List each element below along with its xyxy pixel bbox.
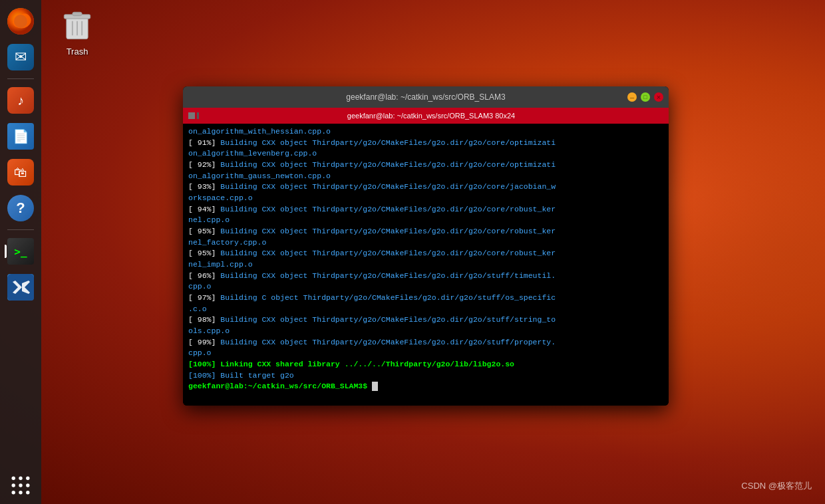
svg-rect-2 [73, 12, 82, 15]
terminal-prompt-line: geekfanr@lab:~/catkin_ws/src/ORB_SLAM3$ [188, 381, 663, 392]
dock-item-vscode[interactable] [5, 271, 37, 303]
dock-item-writer[interactable]: 📄 [5, 120, 37, 152]
terminal-body[interactable]: on_algorithm_with_hessian.cpp.o [ 91%] B… [183, 124, 669, 406]
terminal-line-4: [ 94%] Building CXX object Thirdparty/g2… [188, 204, 663, 226]
firefox-icon [7, 8, 34, 35]
terminal-title: geekfanr@lab: ~/catkin_ws/src/ORB_SLAM3 [346, 92, 505, 102]
dock-item-firefox[interactable] [5, 5, 37, 37]
trash-icon [60, 7, 94, 44]
terminal-tab-icon [188, 112, 199, 119]
svg-point-15 [12, 491, 15, 494]
rhythmbox-icon: ♪ [7, 87, 34, 114]
svg-point-10 [19, 477, 22, 480]
desktop-trash-icon[interactable]: Trash [60, 7, 94, 57]
dock-item-rhythmbox[interactable]: ♪ [5, 84, 37, 116]
close-button[interactable]: × [654, 92, 663, 102]
thunderbird-icon: ✉ [7, 44, 34, 70]
terminal-line-5: [ 95%] Building CXX object Thirdparty/g2… [188, 226, 663, 248]
dock-divider-1 [7, 78, 34, 79]
dock-item-app-grid[interactable] [5, 469, 37, 501]
application-dock: ✉ ♪ 📄 🛍 ? >_ [0, 0, 41, 504]
trash-label: Trash [67, 47, 88, 57]
terminal-line-link: [100%] Linking CXX shared library ../../… [188, 359, 663, 370]
svg-point-14 [26, 483, 29, 487]
writer-icon: 📄 [7, 123, 34, 150]
terminal-line-8: [ 97%] Building C object Thirdparty/g2o/… [188, 293, 663, 315]
terminal-line-0: on_algorithm_with_hessian.cpp.o [188, 126, 663, 138]
terminal-line-1: [ 91%] Building CXX object Thirdparty/g2… [188, 138, 663, 160]
dock-item-store[interactable]: 🛍 [5, 156, 37, 188]
svg-point-12 [12, 483, 15, 487]
terminal-line-9: [ 98%] Building CXX object Thirdparty/g2… [188, 315, 663, 336]
terminal-line-built: [100%] Built target g2o [188, 370, 663, 382]
terminal-line-10: [ 99%] Building CXX object Thirdparty/g2… [188, 337, 663, 359]
terminal-line-2: [ 92%] Building CXX object Thirdparty/g2… [188, 160, 663, 182]
vscode-icon [7, 274, 34, 301]
minimize-button[interactable]: – [627, 92, 637, 102]
store-icon: 🛍 [7, 159, 34, 186]
terminal-window: geekfanr@lab: ~/catkin_ws/src/ORB_SLAM3 … [183, 86, 669, 406]
terminal-icon: >_ [7, 238, 34, 265]
terminal-line-6: [ 95%] Building CXX object Thirdparty/g2… [188, 248, 663, 270]
terminal-titlebar: geekfanr@lab: ~/catkin_ws/src/ORB_SLAM3 … [183, 86, 669, 108]
svg-point-16 [19, 491, 22, 494]
svg-point-13 [19, 483, 22, 487]
svg-point-17 [26, 491, 29, 494]
svg-point-9 [12, 477, 15, 480]
terminal-line-3: [ 93%] Building CXX object Thirdparty/g2… [188, 182, 663, 203]
dock-divider-2 [7, 229, 34, 230]
window-controls: – □ × [627, 92, 663, 102]
help-icon: ? [7, 195, 34, 221]
terminal-cursor [372, 382, 378, 391]
terminal-line-7: [ 96%] Building CXX object Thirdparty/g2… [188, 271, 663, 293]
terminal-subtitle: geekfanr@lab: ~/catkin_ws/src/ORB_SLAM3 … [199, 112, 663, 120]
terminal-prompt-text: geekfanr@lab:~/catkin_ws/src/ORB_SLAM3$ [188, 382, 367, 390]
dock-item-thunderbird[interactable]: ✉ [5, 41, 37, 73]
svg-point-11 [26, 477, 29, 480]
maximize-button[interactable]: □ [641, 92, 650, 102]
dock-item-terminal[interactable]: >_ [5, 235, 37, 267]
watermark: CSDN @极客范儿 [741, 480, 812, 492]
watermark-text: CSDN @极客范儿 [741, 481, 812, 491]
app-grid-icon [7, 472, 34, 499]
terminal-subtitle-bar: geekfanr@lab: ~/catkin_ws/src/ORB_SLAM3 … [183, 108, 669, 124]
dock-item-help[interactable]: ? [5, 192, 37, 224]
